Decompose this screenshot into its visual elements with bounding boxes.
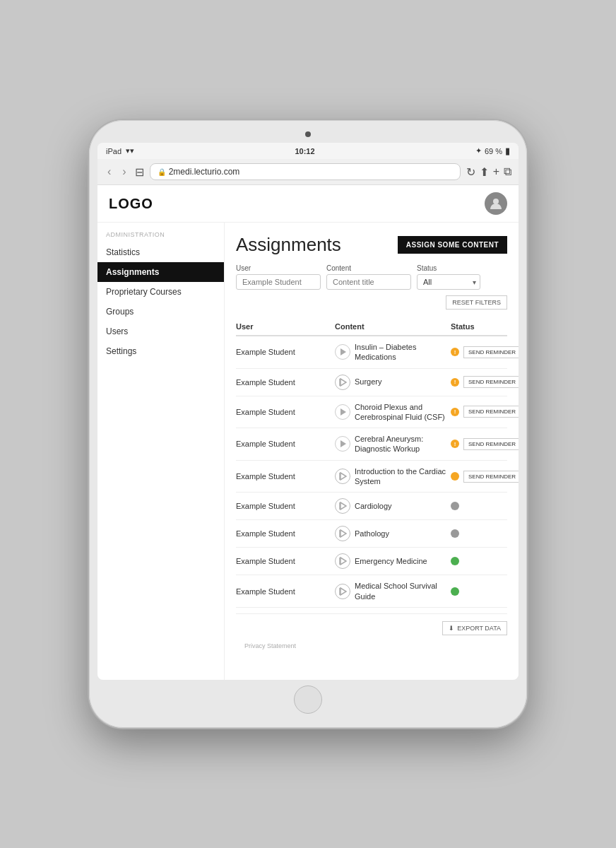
svg-marker-4 xyxy=(340,408,346,416)
sidebar-item-users[interactable]: Users xyxy=(97,322,224,341)
sidebar-item-groups[interactable]: Groups xyxy=(97,302,224,322)
content-name: Emergency Medicine xyxy=(355,556,427,566)
share-button[interactable]: ⬆ xyxy=(480,165,489,179)
new-tab-button[interactable]: + xyxy=(493,165,499,178)
status-cell: ! SEND REMINDER xyxy=(451,346,507,358)
status-cell xyxy=(451,557,507,565)
content-name: Cardiology xyxy=(355,501,392,511)
filter-group-content: Content xyxy=(326,264,411,290)
send-reminder-button[interactable]: SEND REMINDER xyxy=(463,376,519,388)
svg-marker-12 xyxy=(340,558,346,565)
table-row: Example Student Pathology xyxy=(236,520,507,548)
content-type-icon xyxy=(335,498,350,514)
status-indicator: ! xyxy=(451,408,459,416)
send-reminder-button[interactable]: SEND REMINDER xyxy=(463,346,519,358)
content-name: Choroid Plexus and Cerebrospinal Fluid (… xyxy=(355,402,451,423)
user-cell: Example Student xyxy=(236,408,335,416)
user-cell: Example Student xyxy=(236,502,335,510)
user-cell: Example Student xyxy=(236,440,335,448)
privacy-footer: Privacy Statement xyxy=(236,638,507,654)
app-logo: LOGO xyxy=(109,196,153,212)
svg-marker-1 xyxy=(340,348,346,355)
status-filter-label: Status xyxy=(417,264,480,272)
content-name: Introduction to the Cardiac System xyxy=(355,466,451,487)
sidebar-item-proprietary-courses[interactable]: Proprietary Courses xyxy=(97,282,224,302)
url-display: 2medi.lecturio.com xyxy=(169,167,240,177)
content-type-icon xyxy=(335,344,350,360)
table-row: Example Student Introduction to the Card… xyxy=(236,461,507,493)
status-cell xyxy=(451,529,507,538)
table-row: Example Student Insulin – Diabetes Medic… xyxy=(236,336,507,369)
filter-group-status: Status All Not Started In Progress Compl… xyxy=(417,264,480,290)
table-row: Example Student Medical School Survival … xyxy=(236,575,507,608)
content-name: Medical School Survival Guide xyxy=(355,581,451,601)
forward-button[interactable]: › xyxy=(119,164,129,179)
assign-content-button[interactable]: ASSIGN SOME CONTENT xyxy=(398,236,507,254)
battery-icon: ▮ xyxy=(505,146,510,156)
content-cell: Medical School Survival Guide xyxy=(335,581,451,601)
content-cell: Surgery xyxy=(335,375,451,390)
content-name: Cerebral Aneurysm: Diagnostic Workup xyxy=(355,434,451,454)
sidebar-item-statistics[interactable]: Statistics xyxy=(97,242,224,262)
status-indicator: ! xyxy=(451,348,459,356)
svg-point-0 xyxy=(493,199,499,204)
status-cell xyxy=(451,502,507,510)
status-filter-select[interactable]: All Not Started In Progress Completed xyxy=(417,274,480,290)
battery-display: 69 % xyxy=(485,147,502,155)
export-data-button[interactable]: ⬇ EXPORT DATA xyxy=(442,621,507,635)
bookmarks-button[interactable]: ⊟ xyxy=(135,165,144,179)
sidebar-item-assignments[interactable]: Assignments xyxy=(97,262,224,282)
send-reminder-button[interactable]: SEND REMINDER xyxy=(463,471,519,483)
user-cell: Example Student xyxy=(236,529,335,538)
wifi-icon: ▾▾ xyxy=(126,146,134,155)
status-cell: ! SEND REMINDER xyxy=(451,406,507,418)
user-filter-label: User xyxy=(236,264,321,272)
content-type-icon xyxy=(335,404,350,420)
content-cell: Introduction to the Cardiac System xyxy=(335,466,451,487)
table-body: Example Student Insulin – Diabetes Medic… xyxy=(236,336,507,608)
status-indicator xyxy=(451,472,459,481)
home-button[interactable] xyxy=(294,685,322,714)
table-row: Example Student Choroid Plexus and Cereb… xyxy=(236,396,507,429)
device-frame: iPad ▾▾ 10:12 ✦ 69 % ▮ ‹ › ⊟ 🔒 2medi.lec… xyxy=(89,120,527,728)
content-filter-input[interactable] xyxy=(326,274,411,290)
content-name: Surgery xyxy=(355,377,382,387)
table-footer: ⬇ EXPORT DATA xyxy=(236,613,507,638)
table-header: User Content Status xyxy=(236,318,507,336)
send-reminder-button[interactable]: SEND REMINDER xyxy=(463,406,519,418)
status-indicator xyxy=(451,587,459,596)
privacy-statement-link[interactable]: Privacy Statement xyxy=(244,642,296,649)
svg-marker-2 xyxy=(340,379,346,386)
sidebar-item-settings[interactable]: Settings xyxy=(97,341,224,361)
content-cell: Pathology xyxy=(335,526,451,541)
status-cell: ! SEND REMINDER xyxy=(451,376,507,388)
user-filter-input[interactable] xyxy=(236,274,321,290)
user-cell: Example Student xyxy=(236,348,335,356)
avatar[interactable] xyxy=(485,192,507,215)
svg-marker-5 xyxy=(340,440,346,447)
address-bar[interactable]: 🔒 2medi.lecturio.com xyxy=(150,163,461,180)
reset-filters-button[interactable]: RESET FILTERS xyxy=(446,295,507,310)
content-name: Insulin – Diabetes Medications xyxy=(355,342,451,363)
svg-marker-8 xyxy=(340,502,346,510)
content-type-icon xyxy=(335,436,350,452)
status-indicator: ! xyxy=(451,440,459,448)
content-type-icon xyxy=(335,584,350,599)
back-button[interactable]: ‹ xyxy=(105,164,114,179)
camera xyxy=(305,131,311,137)
app-body: ADMINISTRATION Statistics Assignments Pr… xyxy=(97,223,519,680)
content-name: Pathology xyxy=(355,529,389,538)
content-cell: Cardiology xyxy=(335,498,451,514)
time-display: 10:12 xyxy=(295,147,314,155)
filter-group-user: User xyxy=(236,264,321,290)
user-cell: Example Student xyxy=(236,378,335,387)
tab-view-button[interactable]: ⧉ xyxy=(504,165,511,178)
user-cell: Example Student xyxy=(236,557,335,565)
reload-button[interactable]: ↻ xyxy=(466,165,475,179)
page-title: Assignments xyxy=(236,234,341,256)
send-reminder-button[interactable]: SEND REMINDER xyxy=(463,438,519,450)
browser-window: iPad ▾▾ 10:12 ✦ 69 % ▮ ‹ › ⊟ 🔒 2medi.lec… xyxy=(97,143,519,680)
table-row: Example Student Surgery ! SEND REMINDER xyxy=(236,369,507,396)
status-bar: iPad ▾▾ 10:12 ✦ 69 % ▮ xyxy=(97,143,519,159)
content-filter-label: Content xyxy=(326,264,411,272)
